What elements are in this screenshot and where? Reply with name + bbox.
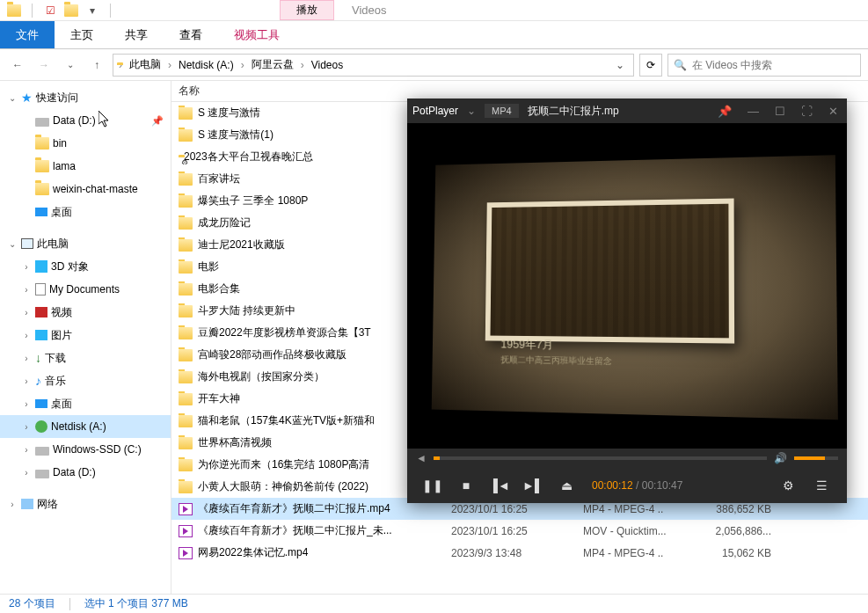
folder-icon [35,160,49,172]
file-row[interactable]: 《赓续百年育新才》抚顺二中汇报片_未... 2023/10/1 16:25 MO… [171,520,868,542]
chevron-right-icon[interactable]: › [21,422,32,432]
video-canvas[interactable]: 1959年7月 抚顺二中高三丙班毕业生留念 [407,123,847,449]
tree-this-pc[interactable]: ⌄ 此电脑 [0,232,171,255]
volume-bar[interactable] [794,456,838,460]
tree-item[interactable]: › 桌面 [0,392,171,415]
music-icon: ♪ [35,374,41,388]
fullscreen-icon[interactable]: ⛶ [798,105,816,118]
nav-up-button[interactable]: ↑ [86,55,107,76]
pause-button[interactable]: ❚❚ [418,473,448,498]
tree-item[interactable]: › Data (D:) [0,461,171,484]
crumb-sep-icon[interactable]: › [117,59,124,71]
file-name: 为你逆光而来（16集完结 1080P高清 [198,457,369,472]
tree-item[interactable]: lama [0,155,171,178]
tree-item[interactable]: › My Documents [0,278,171,301]
chevron-right-icon[interactable]: › [21,376,32,386]
status-selection: 选中 1 个项目 377 MB [84,596,188,611]
play-contextual-label[interactable]: 播放 [280,0,334,20]
file-type: MP4 - MPEG-4 .. [576,503,690,515]
chevron-right-icon[interactable]: › [21,331,32,340]
prev-button[interactable]: ▐◄ [485,473,514,498]
folder-icon [179,415,193,427]
playlist-icon[interactable]: ☰ [806,473,836,498]
refresh-button[interactable]: ⟳ [639,54,662,77]
chevron-down-icon[interactable]: ⌄ [7,239,18,249]
tree-item[interactable]: › 视频 [0,301,171,324]
close-icon[interactable]: ✕ [825,105,842,118]
tree-label: Windows-SSD (C:) [53,443,142,456]
crumb-aliyun[interactable]: 阿里云盘 [246,57,299,72]
tree-item[interactable]: Data (D:)📌 [0,109,171,132]
folder-icon [179,371,193,383]
qat-dropdown-icon[interactable]: ▾ [85,4,99,18]
potplayer-menu-dropdown-icon[interactable]: ⌄ [467,105,476,117]
search-box[interactable]: 🔍 [667,54,861,77]
minimize-icon[interactable]: — [744,105,762,118]
next-button[interactable]: ►▌ [518,473,548,498]
tree-network[interactable]: › 网络 [0,493,171,515]
qat-properties-icon[interactable]: ☑ [43,4,57,18]
file-name: 2023各大平台卫视春晚汇总 [184,150,313,164]
potplayer-window[interactable]: PotPlayer ⌄ MP4 抚顺二中汇报片.mp 📌 — ☐ ⛶ ✕ 195… [407,99,847,503]
tree-item[interactable]: bin [0,132,171,155]
tab-home[interactable]: 主页 [55,21,109,48]
nav-forward-button[interactable]: → [33,55,55,76]
file-size: 2,056,886... [690,525,778,537]
video-file-icon [179,547,193,559]
tree-item[interactable]: › Windows-SSD (C:) [0,438,171,461]
tree-item[interactable]: 桌面 [0,201,171,223]
chevron-right-icon[interactable]: › [21,262,32,272]
folder-icon [179,437,193,449]
chevron-right-icon[interactable]: › [7,500,18,509]
tab-share[interactable]: 共享 [109,21,164,48]
tree-item[interactable]: › ♪ 音乐 [0,369,171,392]
seek-bar[interactable] [434,456,767,460]
chevron-right-icon[interactable]: › [21,445,32,455]
tab-video-tools[interactable]: 视频工具 [218,21,295,48]
videos-icon [35,307,47,317]
crumb-sep-icon[interactable]: › [166,59,173,71]
tree-item[interactable]: › 3D 对象 [0,255,171,278]
volume-icon[interactable]: 🔊 [774,452,787,464]
crumb-thispc[interactable]: 此电脑 [124,57,166,72]
crumb-sep-icon[interactable]: › [239,59,246,71]
crumb-videos[interactable]: Videos [306,59,348,71]
search-input[interactable] [692,59,855,71]
crumb-netdisk[interactable]: Netdisk (A:) [173,59,239,71]
chevron-down-icon[interactable]: ⌄ [7,93,18,103]
potplayer-filename: 抚顺二中汇报片.mp [528,104,705,119]
tree-item[interactable]: › 图片 [0,324,171,347]
settings-icon[interactable]: ⚙ [773,473,803,498]
qat-newfolder-icon[interactable] [64,4,78,18]
tree-item[interactable]: › Netdisk (A:) [0,415,171,438]
chevron-right-icon[interactable]: › [21,308,32,317]
tree-item[interactable]: › ↓ 下载 [0,347,171,369]
tree-label: weixin-chat-maste [53,183,138,195]
file-name: 《赓续百年育新才》抚顺二中汇报片_未... [198,523,392,538]
tab-file[interactable]: 文件 [0,21,55,48]
address-bar[interactable]: › 此电脑 › Netdisk (A:) › 阿里云盘 › Videos ⌄ [113,54,634,77]
file-name: 电影合集 [198,281,240,296]
stop-button[interactable]: ■ [451,473,481,498]
tab-view[interactable]: 查看 [164,21,218,48]
chevron-right-icon[interactable]: › [21,285,32,295]
tree-quick-access[interactable]: ⌄ ★ 快速访问 [0,86,171,109]
tree-item[interactable]: weixin-chat-maste [0,178,171,201]
nav-back-button[interactable]: ← [7,55,28,76]
file-name: 网易2022集体记忆.mp4 [198,545,308,560]
chevron-right-icon[interactable]: › [21,468,32,478]
chevron-right-icon[interactable]: › [21,399,32,409]
rewind-icon[interactable]: ◄ [416,452,427,464]
chevron-right-icon[interactable]: › [21,354,32,363]
pin-icon[interactable]: 📌 [714,105,735,118]
crumb-sep-icon[interactable]: › [299,59,306,71]
potplayer-titlebar[interactable]: PotPlayer ⌄ MP4 抚顺二中汇报片.mp 📌 — ☐ ⛶ ✕ [407,99,847,123]
maximize-icon[interactable]: ☐ [771,105,789,118]
eject-button[interactable]: ⏏ [551,473,581,498]
file-row[interactable]: 网易2022集体记忆.mp4 2023/9/3 13:48 MP4 - MPEG… [171,542,868,564]
address-dropdown-icon[interactable]: ⌄ [610,59,630,71]
column-name[interactable]: 名称 [171,84,444,99]
nav-recent-dropdown[interactable]: ⌄ [60,55,81,76]
status-bar: 28 个项目 选中 1 个项目 377 MB [0,594,868,613]
file-name: 成龙历险记 [198,215,251,230]
